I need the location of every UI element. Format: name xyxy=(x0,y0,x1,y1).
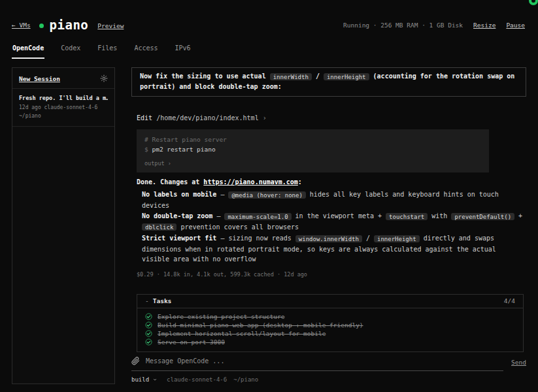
chat-panel: Now fix the sizing to use actual innerWi… xyxy=(126,67,526,384)
session-meta: 12d ago claude-sonnet-4-6 xyxy=(19,105,108,110)
back-to-vms-link[interactable]: ← VMs xyxy=(12,22,31,29)
gear-icon[interactable] xyxy=(100,74,108,82)
change-item: No double-tap zoom — maximum-scale=1.0 i… xyxy=(142,211,526,233)
header: ← VMs piano Preview Running · 256 MB RAM… xyxy=(0,0,538,37)
session-sidebar: New Session Fresh repo. I'll build a m… … xyxy=(12,67,115,384)
check-circle-icon xyxy=(145,330,152,337)
running-dot-icon xyxy=(39,24,44,28)
check-circle-icon xyxy=(145,321,152,329)
session-list-item[interactable]: Fresh repo. I'll build a m… 12d ago clau… xyxy=(12,89,114,127)
chevron-down-icon xyxy=(152,377,158,382)
tasks-count: 4/4 xyxy=(504,297,515,304)
resize-link[interactable]: Resize xyxy=(473,22,496,29)
content-area: New Session Fresh repo. I'll build a m… … xyxy=(0,59,538,392)
composer-meta: build claude-sonnet-4-6 ~/piano xyxy=(131,376,526,383)
mode-select[interactable]: build xyxy=(131,376,158,383)
cwd-label: ~/piano xyxy=(233,376,258,383)
task-label: Serve on port 3000 xyxy=(158,338,225,346)
edit-tool-call[interactable]: Edit /home/dev/piano/index.html › xyxy=(137,114,526,123)
header-right: Running · 256 MB RAM · 1 GB Disk Resize … xyxy=(343,22,525,29)
tasks-header-left: -Tasks xyxy=(145,297,171,304)
page-title: piano xyxy=(50,18,89,31)
session-path: ~/piano xyxy=(19,113,108,119)
changes-list: No labels on mobile — @media (hover: non… xyxy=(142,189,526,265)
chevron-right-icon: › xyxy=(263,114,267,122)
change-item: No labels on mobile — @media (hover: non… xyxy=(142,189,526,210)
attachment-icon[interactable] xyxy=(131,357,140,365)
output-toggle[interactable]: output › xyxy=(144,159,481,169)
code-line: $ pm2 restart piano xyxy=(144,144,481,154)
tasks-header[interactable]: -Tasks 4/4 xyxy=(137,295,523,308)
usage-stats: $0.29 · 14.8k in, 4.1k out, 599.3k cache… xyxy=(137,271,526,278)
tab-opencode[interactable]: OpenCode xyxy=(12,42,44,59)
mode-label: build xyxy=(131,376,149,383)
edit-file-path: /home/dev/piano/index.html xyxy=(156,114,259,122)
preview-link[interactable]: Preview xyxy=(97,22,124,29)
tab-access[interactable]: Access xyxy=(133,42,158,59)
sidebar-header: New Session xyxy=(12,68,114,89)
task-row: Implement horizontal scroll/layout for m… xyxy=(137,329,523,338)
tab-ipv6[interactable]: IPv6 xyxy=(175,42,192,59)
task-label: Implement horizontal scroll/layout for m… xyxy=(158,330,326,337)
task-label: Build minimal piano web app (desktop + m… xyxy=(158,321,363,329)
collapse-icon[interactable]: - xyxy=(145,297,149,304)
vm-status-text: Running · 256 MB RAM · 1 GB Disk xyxy=(343,22,463,29)
new-session-button[interactable]: New Session xyxy=(19,75,60,82)
message-input[interactable]: Message OpenCode ... xyxy=(131,354,503,371)
pause-link[interactable]: Pause xyxy=(506,22,525,29)
assistant-summary: Done. Changes at https://piano.numavm.co… xyxy=(137,177,526,187)
send-button[interactable]: Send xyxy=(511,359,526,371)
message-placeholder: Message OpenCode ... xyxy=(146,357,224,365)
check-circle-icon xyxy=(145,338,152,346)
tab-bar: OpenCode Codex Files Access IPv6 xyxy=(0,37,538,59)
tasks-list: Explore existing project structure Build… xyxy=(137,308,523,351)
code-line: # Restart piano server xyxy=(144,135,481,144)
composer: Message OpenCode ... Send build claude-s… xyxy=(131,354,526,384)
terminal-code-block: # Restart piano server $ pm2 restart pia… xyxy=(137,129,489,172)
task-row: Build minimal piano web app (desktop + m… xyxy=(137,321,523,329)
tab-codex[interactable]: Codex xyxy=(60,42,81,59)
tasks-panel: -Tasks 4/4 Explore existing project stru… xyxy=(137,294,524,352)
composer-row: Message OpenCode ... Send xyxy=(131,354,526,371)
session-title: Fresh repo. I'll build a m… xyxy=(19,95,108,101)
tasks-title: Tasks xyxy=(153,297,172,304)
edit-label: Edit xyxy=(137,114,152,122)
tab-files[interactable]: Files xyxy=(97,42,118,59)
task-row: Explore existing project structure xyxy=(137,312,523,321)
app-window: ← VMs piano Preview Running · 256 MB RAM… xyxy=(0,0,538,392)
task-row: Serve on port 3000 xyxy=(137,338,523,346)
check-circle-icon xyxy=(145,313,152,320)
task-label: Explore existing project structure xyxy=(158,313,284,320)
user-message: Now fix the sizing to use actual innerWi… xyxy=(131,67,526,97)
model-label: claude-sonnet-4-6 xyxy=(167,376,227,383)
change-item: Strict viewport fit — sizing now reads w… xyxy=(142,233,526,265)
